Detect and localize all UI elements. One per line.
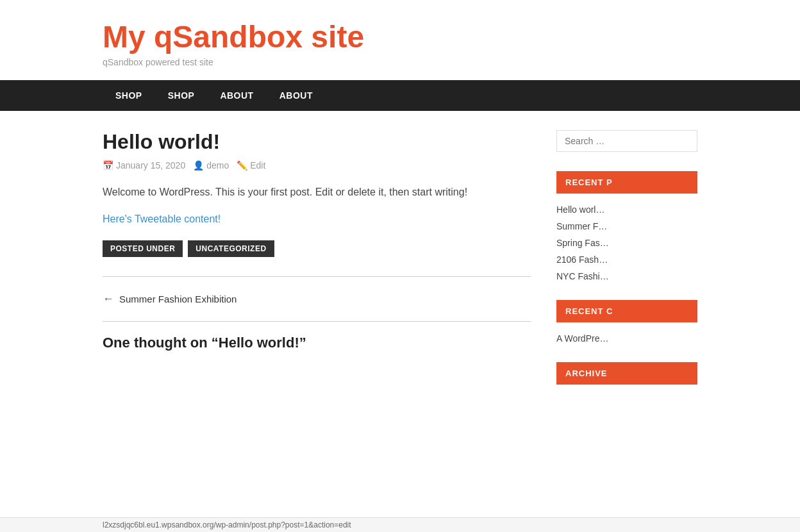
recent-posts-heading: RECENT P xyxy=(556,171,697,194)
nav-divider-bottom xyxy=(103,321,531,322)
prev-post-nav[interactable]: ← Summer Fashion Exhibition xyxy=(103,283,531,315)
main-content: Hello world! 📅 January 15, 2020 👤 demo ✏… xyxy=(103,130,531,392)
recent-posts-list: Hello worl… Summer F… Spring Fas… 2106 F… xyxy=(556,201,697,285)
left-arrow-icon: ← xyxy=(103,292,114,306)
recent-comments-heading: RECENT C xyxy=(556,300,697,322)
list-item[interactable]: Summer F… xyxy=(556,218,697,235)
post-edit-link[interactable]: Edit xyxy=(250,160,265,170)
nav-item-shop-1[interactable]: SHOP xyxy=(103,80,155,111)
post-date-item: 📅 January 15, 2020 xyxy=(103,160,185,170)
post-title: Hello world! xyxy=(103,130,531,154)
list-item[interactable]: NYC Fashi… xyxy=(556,268,697,285)
post-edit-item[interactable]: ✏️ Edit xyxy=(237,160,265,170)
archives-heading: ARCHIVE xyxy=(556,362,697,385)
person-icon: 👤 xyxy=(193,160,204,170)
post-meta: 📅 January 15, 2020 👤 demo ✏️ Edit xyxy=(103,160,531,170)
nav-divider-top xyxy=(103,276,531,277)
main-navigation: SHOP SHOP ABOUT ABOUT xyxy=(0,80,800,111)
list-item[interactable]: 2106 Fash… xyxy=(556,251,697,268)
post-article: Hello world! 📅 January 15, 2020 👤 demo ✏… xyxy=(103,130,531,257)
post-author-item: 👤 demo xyxy=(193,160,229,170)
post-date: January 15, 2020 xyxy=(116,160,185,170)
nav-item-about-1[interactable]: ABOUT xyxy=(207,80,266,111)
recent-post-link-5[interactable]: NYC Fashi… xyxy=(556,271,609,281)
sidebar: RECENT P Hello worl… Summer F… Spring Fa… xyxy=(556,130,697,392)
post-author: demo xyxy=(206,160,229,170)
calendar-icon: 📅 xyxy=(103,160,113,170)
list-item[interactable]: Spring Fas… xyxy=(556,235,697,251)
site-tagline: qSandbox powered test site xyxy=(103,57,697,67)
recent-comment-link-1[interactable]: A WordPre… xyxy=(556,333,608,344)
recent-post-link-4[interactable]: 2106 Fash… xyxy=(556,254,608,265)
recent-comments-list: A WordPre… xyxy=(556,330,697,347)
post-tags: POSTED UNDER UNCATEGORIZED xyxy=(103,240,531,257)
nav-item-about-2[interactable]: ABOUT xyxy=(267,80,326,111)
search-input[interactable] xyxy=(556,130,697,152)
site-title: My qSandbox site xyxy=(103,19,697,54)
prev-post-link[interactable]: Summer Fashion Exhibition xyxy=(119,294,237,304)
post-body: Welcome to WordPress. This is your first… xyxy=(103,183,531,201)
list-item[interactable]: Hello worl… xyxy=(556,201,697,218)
recent-post-link-2[interactable]: Summer F… xyxy=(556,221,607,231)
list-item[interactable]: A WordPre… xyxy=(556,330,697,347)
recent-post-link-3[interactable]: Spring Fas… xyxy=(556,238,609,248)
nav-item-shop-2[interactable]: SHOP xyxy=(155,80,208,111)
tag-value: UNCATEGORIZED xyxy=(188,240,274,257)
recent-post-link-1[interactable]: Hello worl… xyxy=(556,204,604,215)
search-widget xyxy=(556,130,697,152)
comments-title: One thought on “Hello world!” xyxy=(103,335,531,351)
edit-icon: ✏️ xyxy=(237,160,247,170)
tweetable-link[interactable]: Here's Tweetable content! xyxy=(103,213,531,225)
tag-label: POSTED UNDER xyxy=(103,240,183,257)
